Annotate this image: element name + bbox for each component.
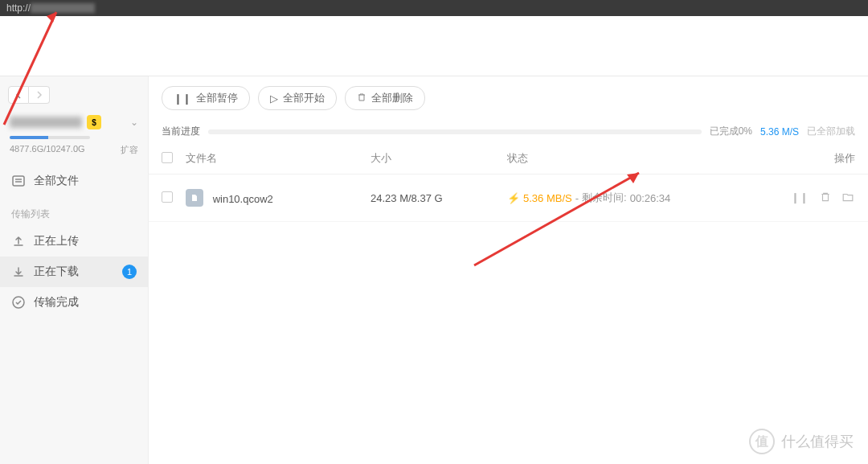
nav-arrows bbox=[0, 76, 148, 110]
browser-address-bar[interactable]: http:// bbox=[0, 0, 868, 16]
main-layout: $ ⌄ 4877.6G/10247.0G 扩容 全部文件 传输列表 正在上传 bbox=[0, 76, 868, 464]
storage-bar bbox=[0, 134, 148, 141]
sidebar-item-label: 全部文件 bbox=[34, 174, 79, 188]
download-speed: 5.36 MB/S bbox=[523, 192, 572, 204]
sidebar: $ ⌄ 4877.6G/10247.0G 扩容 全部文件 传输列表 正在上传 bbox=[0, 76, 149, 464]
coin-badge-icon: $ bbox=[87, 115, 101, 129]
sidebar-item-label: 正在上传 bbox=[34, 234, 79, 248]
check-circle-icon bbox=[11, 295, 26, 310]
remaining-label: 剩余时间: bbox=[582, 191, 627, 205]
table-row[interactable]: win10.qcow2 24.23 M/8.37 G ⚡ 5.36 MB/S -… bbox=[149, 175, 868, 222]
file-name-cell: win10.qcow2 bbox=[186, 189, 371, 207]
progress-accel-text: 已全部加载 bbox=[807, 125, 855, 138]
header-action: 操作 bbox=[791, 151, 855, 166]
table-header: 文件名 大小 状态 操作 bbox=[149, 143, 868, 175]
row-delete-button[interactable] bbox=[820, 191, 831, 205]
filename-text: win10.qcow2 bbox=[213, 193, 273, 205]
progress-speed: 5.36 M/S bbox=[760, 126, 799, 138]
content-area: ❙❙ 全部暂停 ▷ 全部开始 全部删除 当前进度 已完成0% 5.36 M/S … bbox=[149, 76, 868, 464]
svg-rect-0 bbox=[13, 176, 24, 186]
expand-storage-link[interactable]: 扩容 bbox=[121, 144, 138, 156]
delete-all-button[interactable]: 全部删除 bbox=[345, 86, 425, 110]
file-icon bbox=[186, 189, 203, 207]
file-status-cell: ⚡ 5.36 MB/S - 剩余时间: 00:26:34 bbox=[507, 191, 791, 205]
remaining-time: 00:26:34 bbox=[630, 192, 671, 204]
row-pause-button[interactable]: ❙❙ bbox=[791, 191, 809, 205]
list-icon bbox=[11, 174, 26, 188]
sidebar-item-label: 传输完成 bbox=[34, 295, 79, 310]
account-name-redacted bbox=[10, 117, 82, 128]
button-label: 全部删除 bbox=[371, 91, 413, 105]
progress-label: 当前进度 bbox=[162, 125, 200, 138]
sidebar-item-all-files[interactable]: 全部文件 bbox=[0, 166, 148, 196]
file-size-cell: 24.23 M/8.37 G bbox=[371, 192, 507, 204]
row-checkbox[interactable] bbox=[162, 191, 173, 203]
sidebar-item-uploading[interactable]: 正在上传 bbox=[0, 226, 148, 257]
chevron-down-icon: ⌄ bbox=[130, 117, 138, 128]
header-status[interactable]: 状态 bbox=[507, 151, 791, 166]
row-actions: ❙❙ bbox=[791, 191, 855, 205]
url-prefix: http:// bbox=[6, 2, 31, 14]
sidebar-item-completed[interactable]: 传输完成 bbox=[0, 287, 148, 318]
button-label: 全部暂停 bbox=[196, 91, 238, 105]
url-redacted bbox=[31, 3, 95, 13]
page-header-blank bbox=[0, 16, 868, 76]
toolbar: ❙❙ 全部暂停 ▷ 全部开始 全部删除 bbox=[149, 76, 868, 120]
bolt-icon: ⚡ bbox=[507, 192, 520, 204]
watermark-text: 什么值得买 bbox=[781, 432, 854, 451]
download-icon bbox=[11, 265, 26, 279]
sidebar-item-downloading[interactable]: 正在下载 1 bbox=[0, 257, 148, 287]
overall-progress-row: 当前进度 已完成0% 5.36 M/S 已全部加载 bbox=[149, 120, 868, 143]
nav-forward-button[interactable] bbox=[29, 86, 50, 104]
trash-icon bbox=[357, 92, 366, 105]
pause-icon: ❙❙ bbox=[174, 92, 191, 105]
sidebar-section-title: 传输列表 bbox=[0, 196, 148, 226]
button-label: 全部开始 bbox=[283, 91, 325, 105]
storage-usage-text: 4877.6G/10247.0G bbox=[10, 144, 85, 156]
pause-all-button[interactable]: ❙❙ 全部暂停 bbox=[162, 86, 250, 110]
upload-icon bbox=[11, 234, 26, 248]
watermark-logo-icon: 值 bbox=[749, 429, 775, 454]
remaining-sep: - bbox=[575, 192, 579, 204]
header-filename[interactable]: 文件名 bbox=[186, 151, 371, 166]
storage-text-row: 4877.6G/10247.0G 扩容 bbox=[0, 141, 148, 166]
header-size[interactable]: 大小 bbox=[371, 151, 507, 166]
select-all-checkbox[interactable] bbox=[162, 152, 173, 163]
nav-back-button[interactable] bbox=[8, 86, 29, 104]
start-all-button[interactable]: ▷ 全部开始 bbox=[258, 86, 337, 110]
download-count-badge: 1 bbox=[122, 265, 137, 279]
sidebar-item-label: 正在下载 bbox=[34, 265, 79, 279]
progress-bar bbox=[208, 129, 702, 134]
play-icon: ▷ bbox=[270, 92, 278, 105]
row-folder-button[interactable] bbox=[842, 191, 854, 205]
progress-percent: 已完成0% bbox=[710, 125, 752, 138]
account-row[interactable]: $ ⌄ bbox=[0, 110, 148, 134]
watermark: 值 什么值得买 bbox=[749, 429, 854, 454]
